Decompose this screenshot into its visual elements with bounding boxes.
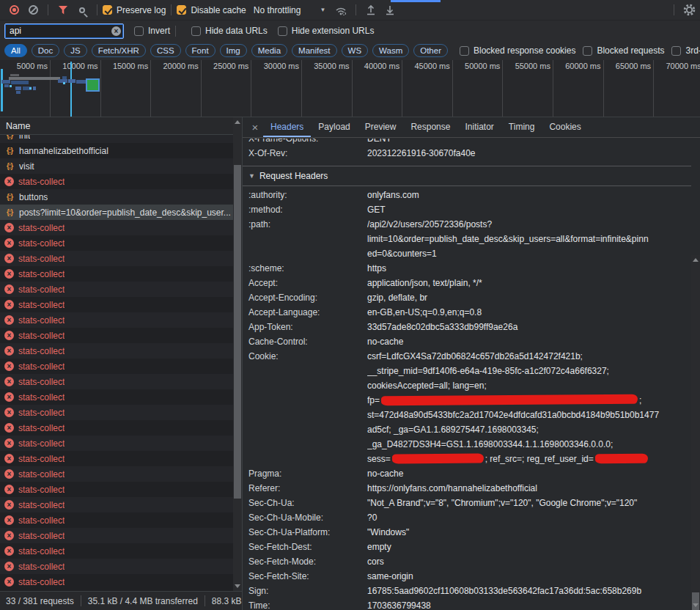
request-row[interactable]: stats-collect: [0, 482, 233, 497]
type-filter-pill[interactable]: Other: [413, 44, 448, 57]
request-row[interactable]: stats-collect: [0, 436, 233, 451]
details-tab[interactable]: Initiator: [457, 118, 501, 137]
details-tab[interactable]: Headers: [263, 118, 311, 137]
failed-request-icon: [4, 469, 14, 479]
request-row[interactable]: visit: [0, 158, 233, 174]
type-filter-pill[interactable]: Media: [251, 44, 287, 57]
request-row[interactable]: stats-collect: [0, 374, 233, 389]
devtools-settings-button[interactable]: [679, 1, 699, 19]
throttling-dropdown[interactable]: No throttling ▼: [254, 5, 326, 15]
type-filter-pill[interactable]: Fetch/XHR: [92, 44, 146, 57]
json-request-icon: [4, 146, 15, 156]
type-filter-pill[interactable]: Manifest: [292, 44, 336, 57]
filter-button[interactable]: [54, 1, 73, 19]
details-tab[interactable]: Payload: [311, 118, 357, 137]
type-filter-pill[interactable]: JS: [64, 44, 86, 57]
type-filter-pill[interactable]: Img: [220, 44, 247, 57]
request-headers-section-header[interactable]: ▼ Request Headers: [243, 166, 691, 186]
clear-filter-icon[interactable]: ×: [111, 26, 121, 36]
request-row[interactable]: stats-collect: [0, 343, 233, 359]
invert-checkbox[interactable]: Invert: [134, 26, 170, 36]
import-har-button[interactable]: [361, 1, 380, 19]
type-filter-pill[interactable]: WS: [342, 44, 369, 57]
request-row[interactable]: stats-collect: [0, 174, 233, 189]
request-row[interactable]: stats-collect: [0, 405, 233, 420]
details-tab[interactable]: Response: [403, 118, 457, 137]
request-name: stats-collect: [18, 485, 65, 495]
filter-funnel-icon: [59, 6, 68, 15]
close-details-button[interactable]: ×: [247, 118, 263, 137]
details-tab[interactable]: Preview: [358, 118, 404, 137]
request-row[interactable]: stats-collect: [0, 235, 233, 251]
header-value: ?0: [367, 510, 691, 525]
details-tab[interactable]: Cookies: [542, 118, 588, 137]
blocked-filter-checkbox[interactable]: Blocked requests: [583, 45, 664, 56]
scrollbar-thumb[interactable]: [692, 592, 699, 610]
request-row[interactable]: stats-collect: [0, 266, 233, 282]
header-row: X-Of-Rev: 202312261916-30670fa40e: [243, 146, 691, 161]
details-scrollbar[interactable]: [691, 255, 700, 610]
hide-extension-urls-checkbox[interactable]: Hide extension URLs: [278, 26, 375, 36]
name-column-header[interactable]: Name: [0, 117, 233, 135]
type-filter-pills: All Doc JS Fetch/XHR CSS Font Img Media …: [4, 44, 448, 57]
request-row[interactable]: posts?limit=10&order=publish_date_desc&s…: [0, 205, 233, 220]
type-filter-pill[interactable]: Doc: [32, 44, 59, 57]
blocked-filter-checkbox[interactable]: Blocked response cookies: [460, 45, 575, 56]
request-row[interactable]: stats-collect: [0, 497, 233, 512]
preserve-log-checkbox[interactable]: Preserve log: [103, 5, 166, 15]
request-row[interactable]: stats-collect: [0, 328, 233, 343]
type-filter-pill[interactable]: Font: [185, 44, 215, 57]
request-row[interactable]: stats-collect: [0, 312, 233, 328]
request-row[interactable]: stats-collect: [0, 282, 233, 297]
request-row[interactable]: stats-collect: [0, 389, 233, 405]
request-row[interactable]: stats-collect: [0, 359, 233, 374]
blocked-filter-checkbox[interactable]: 3rd-party requests: [671, 45, 700, 56]
network-overview-timeline[interactable]: 5000 ms10000 ms15000 ms20000 ms25000 ms3…: [0, 60, 700, 117]
request-name: stats-collect: [18, 562, 65, 572]
pill-label: Font: [192, 46, 209, 55]
pill-label: Img: [226, 46, 240, 55]
type-filter-pill[interactable]: All: [4, 44, 27, 57]
header-name: :authority:: [243, 188, 367, 202]
scroll-up-arrow-icon[interactable]: [693, 258, 699, 262]
scroll-down-arrow-icon[interactable]: [235, 584, 240, 588]
search-button[interactable]: [73, 1, 92, 19]
scrollbar-thumb[interactable]: [234, 165, 241, 499]
request-row[interactable]: stats-collect: [0, 251, 233, 266]
network-conditions-button[interactable]: [331, 1, 350, 19]
record-network-log-button[interactable]: [4, 1, 23, 19]
overview-time-marker: [70, 62, 72, 117]
scroll-up-arrow-icon[interactable]: [235, 120, 240, 124]
type-filter-pill[interactable]: Wasm: [372, 44, 409, 57]
request-row[interactable]: stats-collect: [0, 220, 233, 235]
failed-request-icon: [4, 238, 14, 248]
clear-network-log-button[interactable]: [23, 1, 43, 19]
request-row[interactable]: stats-collect: [0, 297, 233, 312]
scroll-down-arrow-icon[interactable]: [693, 603, 699, 607]
request-row[interactable]: stats-collect: [0, 543, 233, 559]
header-value: "Not_A Brand";v="8", "Chromium";v="120",…: [367, 496, 691, 510]
details-tab[interactable]: Timing: [501, 118, 542, 137]
request-row[interactable]: buttons: [0, 189, 233, 205]
blocked-filter-checkboxes: Blocked response cookies Blocked request…: [452, 45, 700, 56]
request-row[interactable]: stats-collect: [0, 512, 233, 528]
request-row[interactable]: stats-collect: [0, 466, 233, 482]
request-row[interactable]: init: [0, 135, 233, 143]
request-row[interactable]: stats-collect: [0, 420, 233, 436]
request-row[interactable]: stats-collect: [0, 528, 233, 543]
export-har-button[interactable]: [380, 1, 399, 19]
timeline-label: 20000 ms: [163, 62, 198, 70]
request-name: stats-collect: [18, 500, 65, 510]
type-filter-pill[interactable]: CSS: [150, 44, 181, 57]
header-name: Cookie:: [243, 349, 367, 466]
request-row[interactable]: stats-collect: [0, 559, 233, 574]
filter-input[interactable]: [4, 23, 124, 39]
request-list-scrollbar[interactable]: [233, 117, 242, 591]
overview-selection-handle[interactable]: [1, 69, 3, 111]
disable-cache-checkbox[interactable]: Disable cache: [177, 5, 246, 15]
request-row[interactable]: stats-collect: [0, 574, 233, 589]
request-row[interactable]: stats-collect: [0, 451, 233, 466]
request-row[interactable]: hannahelizabethofficial: [0, 143, 233, 158]
hide-data-urls-checkbox[interactable]: Hide data URLs: [191, 26, 268, 36]
pill-label: Doc: [38, 46, 53, 55]
